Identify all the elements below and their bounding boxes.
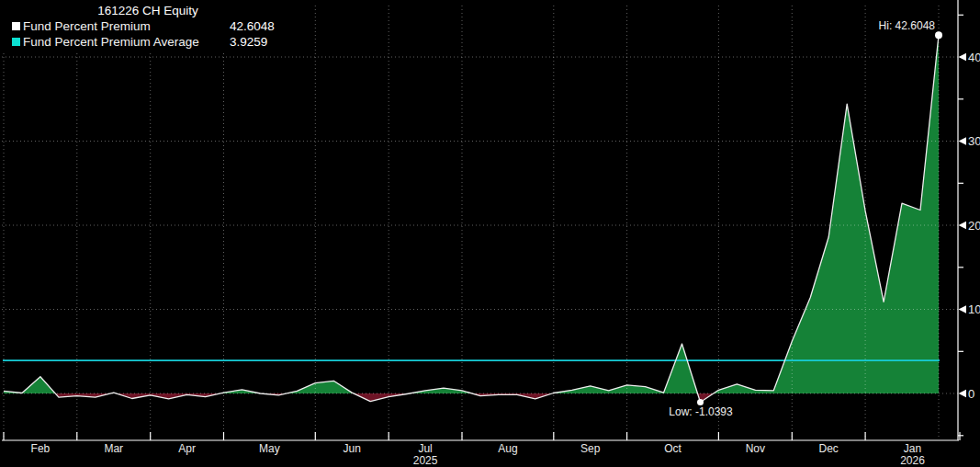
- y-axis-tick-label: 40: [968, 51, 980, 64]
- y-axis-tick-label: 10: [968, 302, 980, 316]
- y-axis-tick-arrow-icon: [959, 390, 967, 397]
- x-axis-month-label: Aug: [498, 442, 517, 455]
- x-axis-month-label: Jan: [904, 442, 921, 455]
- x-axis-month-label: Mar: [104, 442, 123, 455]
- y-axis-tick-arrow-icon: [959, 137, 967, 144]
- x-axis-month-label: Dec: [819, 442, 839, 455]
- legend-row-premium[interactable]: Fund Percent Premium 42.6048: [0, 18, 283, 34]
- x-axis-month-label: Oct: [664, 442, 681, 455]
- y-axis-tick-label: 30: [968, 134, 980, 148]
- area-fill-positive: [4, 35, 939, 402]
- low-point-marker: [697, 399, 704, 405]
- premium-series-value: 42.6048: [230, 19, 275, 33]
- chart-window: 010203040FebMarAprMayJunJulAugSepOctNovD…: [0, 0, 980, 467]
- y-axis-tick-arrow-icon: [959, 53, 967, 61]
- y-axis-tick-label: 0: [968, 387, 974, 401]
- hi-annotation: Hi: 42.6048: [879, 19, 935, 32]
- x-axis-month-label: Jul: [418, 442, 432, 455]
- premium-average-series-swatch-icon: [12, 38, 20, 46]
- x-axis-month-label: Feb: [31, 442, 51, 455]
- x-axis-month-label: May: [259, 442, 280, 455]
- premium-series-swatch-icon: [12, 22, 20, 30]
- x-axis-month-label: Sep: [580, 442, 601, 455]
- legend: 161226 CH Equity Fund Percent Premium 42…: [0, 2, 283, 53]
- x-axis-year-label: 2026: [900, 454, 925, 467]
- premium-chart-canvas[interactable]: 010203040FebMarAprMayJunJulAugSepOctNovD…: [0, 0, 980, 467]
- premium-average-series-value: 3.9259: [230, 35, 267, 49]
- y-axis-tick-label: 20: [968, 219, 980, 233]
- chart-title: 161226 CH Equity: [0, 4, 283, 18]
- low-annotation: Low: -1.0393: [646, 405, 756, 418]
- x-axis-month-label: Nov: [746, 442, 765, 455]
- y-axis-tick-arrow-icon: [959, 305, 967, 313]
- y-axis-tick-arrow-icon: [959, 222, 967, 229]
- hi-point-marker: [935, 31, 942, 39]
- premium-series-label: Fund Percent Premium: [23, 19, 230, 33]
- x-axis-month-label: Apr: [178, 442, 196, 455]
- legend-row-premium-average[interactable]: Fund Percent Premium Average 3.9259: [0, 34, 283, 50]
- premium-average-series-label: Fund Percent Premium Average: [23, 35, 230, 49]
- x-axis-month-label: Jun: [344, 442, 361, 455]
- x-axis-year-label: 2025: [413, 454, 438, 467]
